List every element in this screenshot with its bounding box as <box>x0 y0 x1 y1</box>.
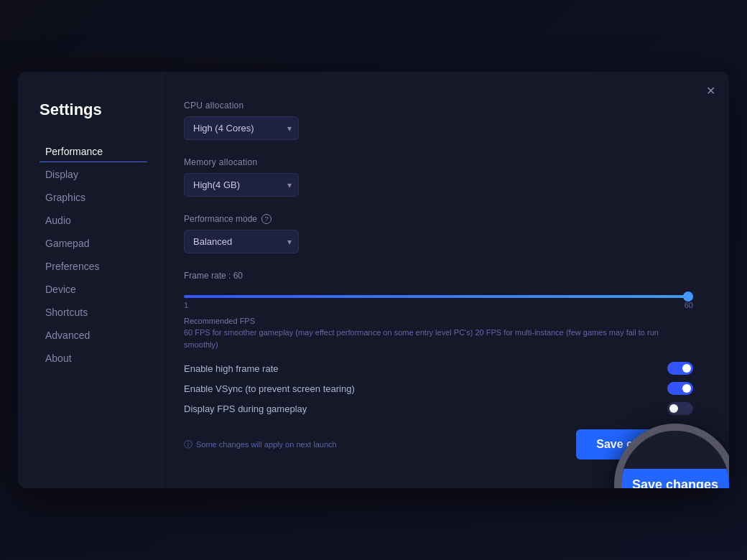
performance-mode-label-row: Performance mode ? <box>184 214 693 224</box>
frame-rate-section: Frame rate : 60 1 60 <box>184 271 693 309</box>
sidebar-item-gamepad[interactable]: Gamepad <box>40 233 147 254</box>
cpu-allocation-select[interactable]: High (4 Cores) Medium (2 Cores) Low (1 C… <box>184 116 299 140</box>
memory-allocation-select-wrapper: High(4 GB) Medium(2 GB) Low(1 GB) ▾ <box>184 173 299 197</box>
save-btn-wrapper: Save changes Save changes <box>576 429 693 459</box>
toggle-vsync-row: Enable VSync (to prevent screen tearing) <box>184 382 693 395</box>
footer-row: ⓘ Some changes will apply on next launch… <box>184 429 693 459</box>
rec-fps-section: Recommended FPS 60 FPS for smoother game… <box>184 317 693 350</box>
sidebar-item-preferences[interactable]: Preferences <box>40 256 147 277</box>
toggle-display-fps[interactable] <box>667 402 693 415</box>
toggle-vsync[interactable] <box>667 382 693 395</box>
sidebar-item-display[interactable]: Display <box>40 164 147 185</box>
settings-modal: ✕ Settings Performance Display Graphics … <box>18 72 729 488</box>
performance-mode-help-icon[interactable]: ? <box>261 214 272 224</box>
cpu-allocation-select-wrapper: High (4 Cores) Medium (2 Cores) Low (1 C… <box>184 116 299 140</box>
toggle-high-frame-rate[interactable] <box>667 362 693 375</box>
main-content: CPU allocation High (4 Cores) Medium (2 … <box>162 72 729 488</box>
sidebar-item-advanced[interactable]: Advanced <box>40 325 147 346</box>
toggle-high-frame-rate-label: Enable high frame rate <box>184 363 279 374</box>
rec-fps-title: Recommended FPS <box>184 317 693 325</box>
memory-allocation-select[interactable]: High(4 GB) Medium(2 GB) Low(1 GB) <box>184 173 299 197</box>
magnifier-save-label: Save changes <box>618 469 729 489</box>
toggle-high-frame-rate-row: Enable high frame rate <box>184 362 693 375</box>
sidebar-item-device[interactable]: Device <box>40 279 147 300</box>
cpu-allocation-label: CPU allocation <box>184 101 693 111</box>
performance-mode-label-text: Performance mode <box>184 214 257 224</box>
toggle-vsync-label: Enable VSync (to prevent screen tearing) <box>184 383 355 394</box>
toggle-display-fps-row: Display FPS during gameplay <box>184 402 693 415</box>
rec-fps-desc: 60 FPS for smoother gameplay (may effect… <box>184 327 693 350</box>
modal-title: Settings <box>40 101 147 119</box>
toggle-display-fps-label: Display FPS during gameplay <box>184 403 307 414</box>
frame-rate-label: Frame rate : 60 <box>184 271 693 281</box>
performance-mode-select-wrapper: Balanced Performance Power Saver ▾ <box>184 230 299 253</box>
slider-max-label: 60 <box>685 301 693 309</box>
sidebar-item-graphics[interactable]: Graphics <box>40 187 147 208</box>
sidebar-item-shortcuts[interactable]: Shortcuts <box>40 302 147 323</box>
footer-note: ⓘ Some changes will apply on next launch <box>184 439 337 451</box>
close-button[interactable]: ✕ <box>702 82 719 99</box>
sidebar-item-audio[interactable]: Audio <box>40 210 147 231</box>
screen-background: ✕ Settings Performance Display Graphics … <box>0 0 747 560</box>
sidebar-item-about[interactable]: About <box>40 347 147 369</box>
frame-rate-slider[interactable] <box>184 295 693 298</box>
slider-range-labels: 1 60 <box>184 301 693 309</box>
info-circle-icon: ⓘ <box>184 439 192 451</box>
memory-allocation-label: Memory allocation <box>184 157 693 167</box>
performance-mode-select[interactable]: Balanced Performance Power Saver <box>184 230 299 253</box>
slider-min-label: 1 <box>184 301 188 309</box>
sidebar: Settings Performance Display Graphics Au… <box>18 72 162 488</box>
sidebar-item-performance[interactable]: Performance <box>40 141 147 162</box>
